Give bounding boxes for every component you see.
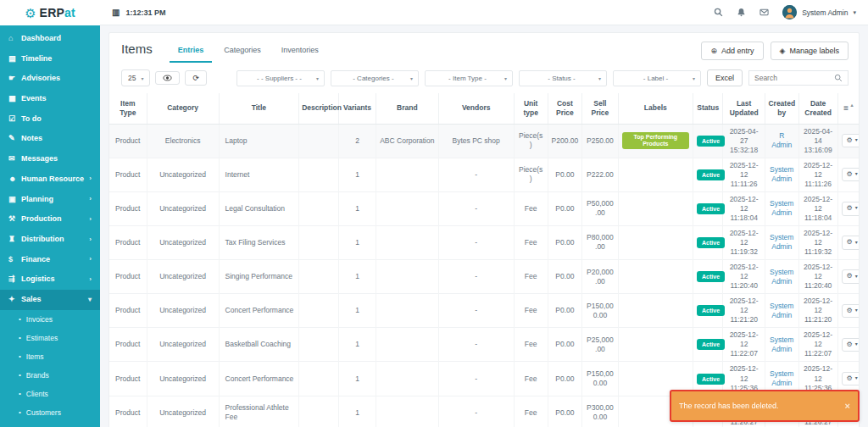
sidebar-item-advisories[interactable]: ☛Advisories [0, 69, 100, 89]
cell-actions: ⚙▾ [837, 328, 859, 362]
sidebar-subitem-items[interactable]: •Items [0, 347, 100, 366]
tab-inventories[interactable]: Inventories [273, 43, 327, 63]
cell-category: Uncategorized [147, 260, 219, 294]
cell-date-created: 2025-12-12 11:18:04 [798, 191, 837, 225]
row-actions-button[interactable]: ⚙▾ [842, 338, 860, 352]
column-header-variants[interactable]: Variants [338, 93, 376, 124]
row-actions-button[interactable]: ⚙▾ [842, 269, 860, 283]
column-header-status[interactable]: Status [693, 93, 723, 124]
column-header-sell-price[interactable]: Sell Price [582, 93, 618, 124]
page-size-select[interactable]: 25 ▾ [121, 69, 150, 86]
cell-created-by: R Admin [765, 124, 798, 158]
created-by-link[interactable]: System Admin [770, 165, 793, 183]
status-badge: Active [697, 271, 725, 282]
filter-select-label[interactable]: - Label -▾ [613, 70, 701, 86]
sidebar-item-finance[interactable]: $Finance› [0, 250, 100, 270]
created-by-link[interactable]: System Admin [770, 268, 793, 286]
envelope-icon[interactable] [760, 8, 770, 18]
sidebar-item-sales[interactable]: ✦Sales▾ [0, 290, 100, 310]
tab-categories[interactable]: Categories [215, 43, 270, 63]
row-actions-button[interactable]: ⚙▾ [842, 168, 860, 181]
created-by-link[interactable]: System Admin [770, 369, 793, 387]
sidebar-subitem-brands[interactable]: •Brands [0, 366, 100, 385]
add-entry-button[interactable]: ⊕ Add entry [701, 42, 763, 60]
row-actions-button[interactable]: ⚙▾ [842, 202, 860, 215]
sidebar-subitem-customers[interactable]: •Customers [0, 403, 100, 422]
sidebar-item-events[interactable]: ▦Events [0, 89, 100, 109]
column-header-description[interactable]: Description [299, 93, 339, 124]
sidebar-item-notes[interactable]: ✎Notes [0, 129, 100, 149]
table-header-row: Item TypeCategoryTitleDescriptionVariant… [109, 93, 859, 124]
cell-sell-price: P222.00 [582, 158, 618, 191]
column-header-category[interactable]: Category [147, 93, 219, 124]
filter-select-item-type[interactable]: - Item Type -▾ [425, 70, 513, 86]
sidebar-item-to-do[interactable]: ☑To do [0, 109, 100, 130]
sidebar-item-human-resource[interactable]: ☻Human Resource› [0, 169, 100, 190]
tab-entries[interactable]: Entries [170, 43, 213, 63]
created-by-link[interactable]: System Admin [770, 336, 793, 353]
cart-icon: ✦ [8, 295, 21, 305]
sidebar-item-label: Logistics [21, 274, 89, 285]
brand-logo[interactable]: ⚙ ERPat [0, 0, 100, 25]
row-actions-button[interactable]: ⚙▾ [842, 372, 860, 385]
row-actions-button[interactable]: ⚙▾ [842, 304, 860, 318]
sidebar-item-distribution[interactable]: ♜Distribution› [0, 230, 100, 250]
cell-actions: ⚙▾ [837, 191, 859, 225]
close-icon[interactable]: × [840, 401, 850, 411]
column-header-last-updated[interactable]: Last Updated [723, 93, 765, 124]
sidebar-item-logistics[interactable]: ⇶Logistics› [0, 269, 100, 290]
user-menu[interactable]: System Admin ▾ [782, 5, 856, 19]
filter-select-status[interactable]: - Status -▾ [519, 70, 607, 86]
cell-unit-type: Fee [514, 294, 548, 328]
menu-list-icon[interactable]: ▥ [112, 8, 120, 17]
bell-icon[interactable] [737, 8, 747, 18]
search-input[interactable] [754, 74, 834, 82]
column-menu-icon[interactable]: ≡ [843, 103, 849, 113]
caret-down-icon: ▾ [855, 171, 858, 178]
sidebar-subitem-invoices[interactable]: •Invoices [0, 310, 100, 329]
excel-export-button[interactable]: Excel [707, 69, 743, 86]
cell-actions: ⚙▾ [837, 294, 859, 328]
row-actions-button[interactable]: ⚙▾ [842, 236, 860, 249]
cell-description [299, 158, 339, 191]
column-header-unit-type[interactable]: Unit type [514, 93, 548, 124]
created-by-link[interactable]: System Admin [770, 302, 793, 319]
sidebar-item-planning[interactable]: ▣Planning› [0, 190, 100, 210]
column-header-created-by[interactable]: Created by [765, 93, 798, 124]
sidebar-subitem-stores[interactable]: •Stores [0, 422, 100, 427]
created-by-link[interactable]: System Admin [770, 233, 793, 251]
column-header-vendors[interactable]: Vendors [438, 93, 514, 124]
column-header-item-type[interactable]: Item Type [109, 93, 147, 124]
row-actions-button[interactable]: ⚙▾ [842, 134, 860, 147]
cogs-icon: ⚙ [847, 272, 853, 280]
sidebar-subitem-label: Brands [26, 371, 49, 380]
column-header-date-created[interactable]: Date Created [798, 93, 837, 124]
cell-cost-price: P0.00 [548, 260, 582, 294]
manage-labels-button[interactable]: ◈ Manage labels [771, 42, 849, 60]
refresh-button[interactable]: ⟳ [185, 70, 207, 86]
column-header-title[interactable]: Title [219, 93, 299, 124]
filter-select-categories[interactable]: - Categories -▾ [331, 70, 419, 86]
column-options-header[interactable]: ≡ ▴ [837, 93, 859, 124]
column-header-labels[interactable]: Labels [618, 93, 693, 124]
chevron-right-icon: › [89, 195, 93, 203]
sidebar-item-messages[interactable]: ✉Messages [0, 149, 100, 169]
cell-brand [376, 260, 438, 294]
cell-variants: 1 [338, 191, 376, 225]
created-by-link[interactable]: R Admin [771, 131, 792, 149]
time-label: 1:12:31 PM [125, 8, 165, 17]
column-header-brand[interactable]: Brand [376, 93, 438, 124]
cell-category: Uncategorized [147, 396, 219, 427]
filter-select-suppliers[interactable]: - - Suppliers - -▾ [236, 70, 325, 86]
sidebar-item-timeline[interactable]: ▤Timeline [0, 49, 100, 69]
sidebar-item-production[interactable]: ⚒Production› [0, 209, 100, 230]
created-by-link[interactable]: System Admin [770, 199, 793, 217]
search-icon[interactable] [714, 8, 724, 18]
sidebar-subitem-clients[interactable]: •Clients [0, 385, 100, 403]
cell-item-type: Product [109, 225, 147, 259]
cell-last-updated: 2025-12-12 11:20:40 [723, 260, 765, 294]
sidebar-subitem-estimates[interactable]: •Estimates [0, 329, 100, 347]
column-header-cost-price[interactable]: Cost Price [548, 93, 582, 124]
toggle-columns-button[interactable] [155, 71, 180, 85]
sidebar-item-dashboard[interactable]: ⌂Dashboard [0, 29, 100, 49]
